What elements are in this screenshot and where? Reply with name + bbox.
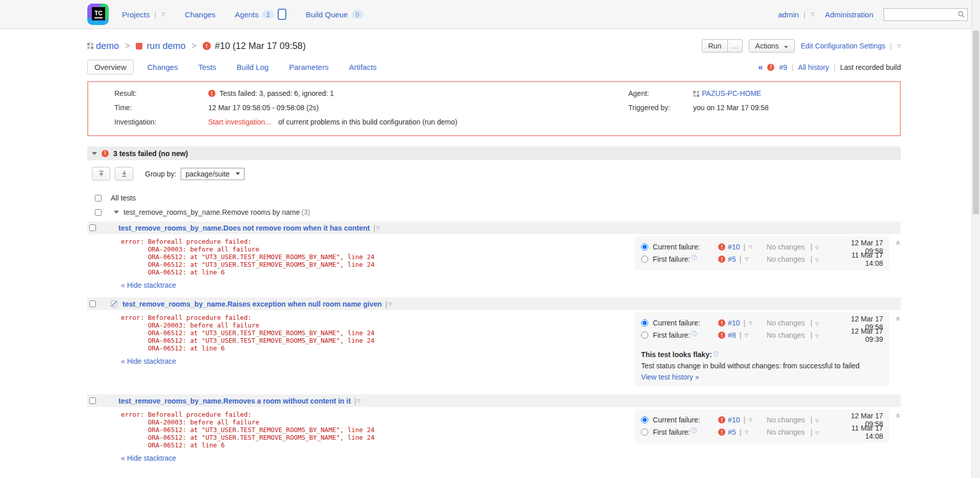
tab-changes[interactable]: Changes <box>141 60 185 74</box>
tab-overview[interactable]: Overview <box>87 60 134 74</box>
nav-projects[interactable]: Projects | ▽ <box>122 10 165 19</box>
failed-tests-section-header[interactable]: 3 tests failed (no new) <box>87 146 901 160</box>
chevron-down-icon[interactable]: ▽ <box>376 225 380 231</box>
tests-failed-icon <box>102 150 109 157</box>
changes-cell[interactable]: No changes | ▽ <box>767 428 843 436</box>
chevron-down-icon[interactable]: ▽ <box>745 333 748 338</box>
nav-build-queue[interactable]: Build Queue 0 <box>306 10 363 19</box>
tab-build-log[interactable]: Build Log <box>230 60 276 74</box>
chevron-down-icon[interactable]: ▽ <box>162 12 165 17</box>
build-link[interactable]: #8 <box>728 331 736 339</box>
actions-button[interactable]: Actions <box>749 39 795 53</box>
divider: | <box>354 397 356 405</box>
previous-build-link[interactable]: #9 <box>779 63 787 71</box>
tab-artifacts[interactable]: Artifacts <box>342 60 383 74</box>
chevron-down-icon[interactable]: ▽ <box>815 418 819 423</box>
search-icon[interactable] <box>958 11 965 18</box>
build-link[interactable]: #10 <box>728 243 740 251</box>
agent-link[interactable]: PAZUS-PC-HOME <box>702 89 761 97</box>
edit-configuration-link[interactable]: Edit Configuration Settings | ▽ <box>801 42 901 50</box>
changes-cell[interactable]: No changes | ▽ <box>767 416 843 424</box>
chevron-down-icon[interactable]: ▽ <box>815 431 819 436</box>
test-checkbox[interactable] <box>89 300 96 307</box>
all-tests-checkbox[interactable] <box>95 195 102 202</box>
changes-cell[interactable]: No changes | ▽ <box>767 243 843 251</box>
current-failure-radio[interactable] <box>641 243 648 250</box>
help-icon[interactable] <box>691 427 697 433</box>
test-name-link[interactable]: test_remove_rooms_by_name.Removes a room… <box>118 397 351 405</box>
collapse-all-button[interactable] <box>92 167 110 181</box>
breadcrumb-build-config[interactable]: run demo <box>146 41 185 52</box>
changes-label: No changes <box>767 243 805 251</box>
help-icon[interactable] <box>691 331 697 336</box>
changes-cell[interactable]: No changes | ▽ <box>767 331 843 339</box>
changes-label: No changes <box>767 319 805 327</box>
chevron-down-icon[interactable]: ▽ <box>815 245 819 250</box>
changes-cell[interactable]: No changes | ▽ <box>767 319 843 327</box>
current-failure-radio[interactable] <box>641 319 648 326</box>
first-failure-radio[interactable] <box>641 429 648 436</box>
collapse-panel-icon[interactable]: « <box>894 414 903 418</box>
previous-build-icon[interactable]: « <box>758 63 763 72</box>
first-failure-label: First failure: <box>653 255 690 263</box>
scrollbar-thumb[interactable] <box>973 31 979 214</box>
chevron-down-icon[interactable]: ▽ <box>897 43 901 48</box>
expand-all-button[interactable] <box>115 167 133 181</box>
chevron-down-icon[interactable]: ▽ <box>815 258 819 263</box>
tab-tests[interactable]: Tests <box>192 60 223 74</box>
current-failure-radio[interactable] <box>641 416 648 423</box>
build-link[interactable]: #10 <box>728 416 740 424</box>
chevron-down-icon[interactable]: ▽ <box>815 334 819 339</box>
build-link[interactable]: #5 <box>728 255 736 263</box>
test-name-link[interactable]: test_remove_rooms_by_name.Raises excepti… <box>122 300 382 308</box>
failed-test-block: test_remove_rooms_by_name.Raises excepti… <box>87 297 901 392</box>
administration-link[interactable]: Administration <box>825 10 873 19</box>
hide-stacktrace-link[interactable]: « Hide stacktrace <box>121 281 176 289</box>
chevron-down-icon[interactable]: ▽ <box>745 430 748 435</box>
help-icon[interactable] <box>713 351 719 357</box>
test-name-link[interactable]: test_remove_rooms_by_name.Does not remov… <box>118 224 370 232</box>
test-checkbox[interactable] <box>89 397 96 404</box>
flaky-description: Test status change in build without chan… <box>641 362 883 370</box>
build-link[interactable]: #10 <box>728 319 740 327</box>
chevron-down-icon[interactable]: ▽ <box>749 320 752 325</box>
collapse-panel-icon[interactable]: « <box>894 317 903 321</box>
nav-changes[interactable]: Changes <box>185 10 215 19</box>
breadcrumb-project[interactable]: demo <box>96 41 119 52</box>
chevron-down-icon[interactable]: ▽ <box>815 321 819 326</box>
nav-agents[interactable]: Agents 1 <box>235 9 286 20</box>
vertical-scrollbar[interactable] <box>971 0 980 478</box>
help-icon[interactable] <box>691 255 697 260</box>
chevron-down-icon[interactable]: ▽ <box>745 257 748 262</box>
hide-stacktrace-link[interactable]: « Hide stacktrace <box>121 454 176 462</box>
agent-status-icon <box>278 9 286 20</box>
first-failure-radio[interactable] <box>641 332 648 339</box>
teamcity-logo[interactable]: TC <box>87 4 109 25</box>
tab-parameters[interactable]: Parameters <box>282 60 335 74</box>
collapse-triangle-icon[interactable] <box>114 211 119 214</box>
collapse-panel-icon[interactable]: « <box>894 241 903 245</box>
chevron-down-icon[interactable]: ▽ <box>357 398 361 404</box>
view-test-history-link[interactable]: View test history » <box>641 373 699 381</box>
chevron-down-icon[interactable]: ▽ <box>811 12 815 17</box>
chevron-down-icon[interactable]: ▽ <box>388 301 392 307</box>
chevron-down-icon[interactable]: ▽ <box>749 244 752 249</box>
user-menu[interactable]: admin | ▽ <box>778 10 815 19</box>
suite-name[interactable]: test_remove_rooms_by_name.Remove rooms b… <box>124 208 300 216</box>
tests-failed-icon <box>208 90 215 97</box>
hide-stacktrace-link[interactable]: « Hide stacktrace <box>121 357 176 365</box>
suite-checkbox[interactable] <box>95 209 102 216</box>
all-history-link[interactable]: All history <box>798 63 829 71</box>
changes-cell[interactable]: No changes | ▽ <box>767 255 843 263</box>
run-options-button[interactable]: ... <box>728 39 743 53</box>
divider: | <box>834 63 836 71</box>
run-button[interactable]: Run <box>702 39 728 53</box>
search-input[interactable] <box>884 9 958 20</box>
chevron-down-icon[interactable]: ▽ <box>749 417 752 422</box>
collapse-triangle-icon[interactable] <box>92 152 97 155</box>
test-checkbox[interactable] <box>89 224 96 231</box>
group-by-select[interactable]: package/suite <box>181 168 244 180</box>
build-link[interactable]: #5 <box>728 428 736 436</box>
start-investigation-link[interactable]: Start investigation... <box>208 118 271 126</box>
first-failure-radio[interactable] <box>641 256 648 263</box>
